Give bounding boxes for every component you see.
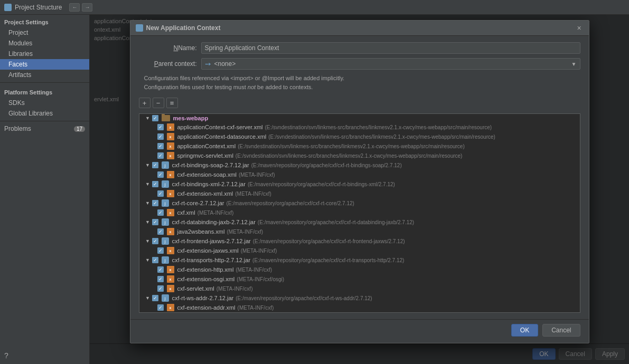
add-button[interactable]: + bbox=[139, 98, 151, 108]
dialog-body: NName: Parent context: ➙ <none> ▼ bbox=[130, 36, 589, 317]
soap-xml-path: (META-INF/cxf) bbox=[239, 172, 275, 178]
checkbox-appctx[interactable]: ✓ bbox=[157, 143, 164, 149]
remove-button[interactable]: − bbox=[153, 98, 164, 108]
appctx-label: applicationContext.xml bbox=[177, 143, 236, 149]
jar-icon-jaxws: j bbox=[162, 237, 169, 245]
checkbox-wsaddr-jar[interactable]: ✓ bbox=[152, 295, 158, 301]
tree-node-ext-addr[interactable]: ✓ x cxf-extension-addr.xml (META-INF/cxf… bbox=[139, 303, 580, 312]
checkbox-ext-osgi[interactable]: ✓ bbox=[157, 276, 164, 282]
toggle-http[interactable]: ▼ bbox=[145, 257, 151, 263]
toggle-jaxb[interactable]: ▼ bbox=[145, 219, 151, 225]
title-bar: Project Structure ← → bbox=[0, 0, 629, 15]
checkbox-soap-xml[interactable]: ✓ bbox=[157, 171, 164, 178]
checkbox-xml-xml[interactable]: ✓ bbox=[157, 190, 164, 197]
tree-node-soap-xml[interactable]: ✓ x cxf-extension-soap.xml (META-INF/cxf… bbox=[139, 170, 580, 179]
ext-jaxws-path: (META-INF/cxf) bbox=[241, 248, 277, 254]
sidebar-item-facets[interactable]: Facets bbox=[0, 59, 89, 70]
sidebar-item-global-libraries[interactable]: Global Libraries bbox=[0, 108, 89, 119]
jaxb-jar-label: cxf-rt-databinding-jaxb-2.7.12.jar bbox=[172, 219, 256, 225]
checkbox-appds[interactable]: ✓ bbox=[157, 133, 164, 140]
tree-node-http-jar[interactable]: ▼ ✓ j cxf-rt-transports-http-2.7.12.jar … bbox=[139, 255, 580, 265]
back-button[interactable]: ← bbox=[69, 3, 80, 12]
dialog-close-button[interactable]: × bbox=[575, 24, 584, 32]
app-icon bbox=[4, 4, 12, 11]
checkbox-ext-addr[interactable]: ✓ bbox=[157, 304, 164, 311]
checkbox-cxf-xml[interactable]: ✓ bbox=[157, 209, 164, 216]
checkbox-jaxws-jar[interactable]: ✓ bbox=[152, 238, 158, 244]
sidebar-item-modules[interactable]: Modules bbox=[0, 38, 89, 49]
tree-node-jaxws-jar[interactable]: ▼ ✓ j cxf-rt-frontend-jaxws-2.7.12.jar (… bbox=[139, 236, 580, 246]
dialog-title: New Application Context bbox=[146, 24, 572, 32]
xml-jar-path: (E:/maven/repository/org/apache/cxf/cxf-… bbox=[248, 181, 395, 187]
info-line2: Configuration files used for testing mus… bbox=[144, 83, 580, 92]
tree-container[interactable]: ▼ ✓ mes-webapp ✓ x applicationContext-cx… bbox=[139, 113, 580, 313]
checkbox-ext-http[interactable]: ✓ bbox=[157, 266, 164, 273]
checkbox-soap-jar[interactable]: ✓ bbox=[152, 162, 158, 168]
tree-node-ext-osgi[interactable]: ✓ x cxf-extension-osgi.xml (META-INF/cxf… bbox=[139, 274, 580, 284]
checkbox-java2ws[interactable]: ✓ bbox=[157, 228, 164, 235]
dialog-cancel-button[interactable]: Cancel bbox=[542, 324, 580, 337]
java2ws-label: java2wsbeans.xml bbox=[177, 228, 225, 235]
tree-node-wsaddr-jar[interactable]: ▼ ✓ j cxf-rt-ws-addr-2.7.12.jar (E:/mave… bbox=[139, 293, 580, 303]
sidebar-item-artifacts[interactable]: Artifacts bbox=[0, 70, 89, 80]
sidebar-item-project[interactable]: Project bbox=[0, 27, 89, 38]
checkbox-xml-jar[interactable]: ✓ bbox=[152, 181, 158, 187]
problems-label: Problems bbox=[4, 125, 31, 132]
tree-node-ext-jaxws[interactable]: ✓ x cxf-extension-jaxws.xml (META-INF/cx… bbox=[139, 246, 580, 255]
name-input[interactable] bbox=[201, 42, 580, 54]
tree-node-appcxf[interactable]: ✓ x applicationContext-cxf-server.xml (E… bbox=[139, 122, 580, 132]
springmvc-label: springmvc-servlet.xml bbox=[177, 152, 233, 159]
checkbox-core-jar[interactable]: ✓ bbox=[152, 200, 158, 206]
folder-icon-mes-webapp bbox=[162, 115, 170, 121]
tree-node-xml-jar[interactable]: ▼ ✓ j cxf-rt-bindings-xml-2.7.12.jar (E:… bbox=[139, 179, 580, 189]
toggle-jaxws[interactable]: ▼ bbox=[145, 238, 151, 244]
core-jar-path: (E:/maven/repository/org/apache/cxf/cxf-… bbox=[227, 200, 354, 206]
appctx-path: (E:/svndestination/svn/linkmes-src/branc… bbox=[238, 143, 465, 149]
forward-button[interactable]: → bbox=[82, 3, 92, 12]
xml-icon-http: x bbox=[167, 266, 174, 273]
window-title: Project Structure bbox=[15, 4, 62, 11]
checkbox-mes-webapp[interactable]: ✓ bbox=[152, 115, 158, 121]
xml-icon-soap: x bbox=[167, 171, 174, 178]
sidebar-item-sdks[interactable]: SDKs bbox=[0, 98, 89, 108]
tree-node-appctx[interactable]: ✓ x applicationContext.xml (E:/svndestin… bbox=[139, 141, 580, 151]
tree-node-java2ws[interactable]: ✓ x java2wsbeans.xml (META-INF/cxf) bbox=[139, 227, 580, 236]
checkbox-appcxf[interactable]: ✓ bbox=[157, 124, 164, 130]
sidebar-item-problems[interactable]: Problems 17 bbox=[0, 123, 89, 134]
tree-node-jaxb-jar[interactable]: ▼ ✓ j cxf-rt-databinding-jaxb-2.7.12.jar… bbox=[139, 217, 580, 227]
tree-node-springmvc[interactable]: ✓ x springmvc-servlet.xml (E:/svndestina… bbox=[139, 151, 580, 160]
checkbox-springmvc[interactable]: ✓ bbox=[157, 152, 164, 159]
options-button[interactable]: ≡ bbox=[166, 98, 178, 108]
checkbox-http-jar[interactable]: ✓ bbox=[152, 257, 158, 263]
checkbox-jaxb-jar[interactable]: ✓ bbox=[152, 219, 158, 225]
tree-node-appds[interactable]: ✓ x applicationContext-datasource.xml (E… bbox=[139, 132, 580, 141]
ext-http-label: cxf-extension-http.xml bbox=[177, 266, 234, 273]
parent-context-label: Parent context: bbox=[139, 60, 197, 68]
tree-node-cxf-servlet[interactable]: ✓ x cxf-servlet.xml (META-INF/cxf) bbox=[139, 284, 580, 293]
xml-icon-appctx: x bbox=[167, 142, 174, 150]
toggle-mes-webapp[interactable]: ▼ bbox=[145, 115, 151, 121]
help-button[interactable]: ? bbox=[0, 347, 89, 364]
tree-node-xml-xml[interactable]: ✓ x cxf-extension-xml.xml (META-INF/cxf) bbox=[139, 189, 580, 198]
parent-context-dropdown[interactable]: ➙ <none> ▼ bbox=[201, 58, 580, 70]
project-settings-label: Project Settings bbox=[0, 15, 89, 27]
checkbox-cxf-servlet[interactable]: ✓ bbox=[157, 285, 164, 292]
tree-node-mes-webapp[interactable]: ▼ ✓ mes-webapp bbox=[139, 114, 580, 122]
jar-icon-core: j bbox=[162, 199, 169, 207]
info-line1: Configuration files referenced via <impo… bbox=[144, 74, 580, 83]
ext-osgi-path: (META-INF/cxf/osgi) bbox=[237, 276, 284, 282]
dialog-ok-button[interactable]: OK bbox=[511, 324, 538, 337]
checkbox-ext-jaxws[interactable]: ✓ bbox=[157, 247, 164, 254]
toggle-wsaddr[interactable]: ▼ bbox=[145, 295, 151, 301]
tree-node-core-jar[interactable]: ▼ ✓ j cxf-rt-core-2.7.12.jar (E:/maven/r… bbox=[139, 198, 580, 208]
toggle-soap[interactable]: ▼ bbox=[145, 162, 151, 168]
tree-node-soap-jar[interactable]: ▼ ✓ j cxf-rt-bindings-soap-2.7.12.jar (E… bbox=[139, 160, 580, 170]
sidebar-item-libraries[interactable]: Libraries bbox=[0, 49, 89, 59]
jaxws-jar-path: (E:/maven/repository/org/apache/cxf/cxf-… bbox=[253, 238, 405, 244]
info-text: Configuration files referenced via <impo… bbox=[139, 74, 580, 91]
tree-node-cxf-xml[interactable]: ✓ x cxf.xml (META-INF/cxf) bbox=[139, 208, 580, 217]
xml-jar-label: cxf-rt-bindings-xml-2.7.12.jar bbox=[172, 181, 246, 187]
toggle-core[interactable]: ▼ bbox=[145, 200, 151, 206]
toggle-xml-jar[interactable]: ▼ bbox=[145, 181, 151, 187]
tree-node-ext-http[interactable]: ✓ x cxf-extension-http.xml (META-INF/cxf… bbox=[139, 265, 580, 274]
